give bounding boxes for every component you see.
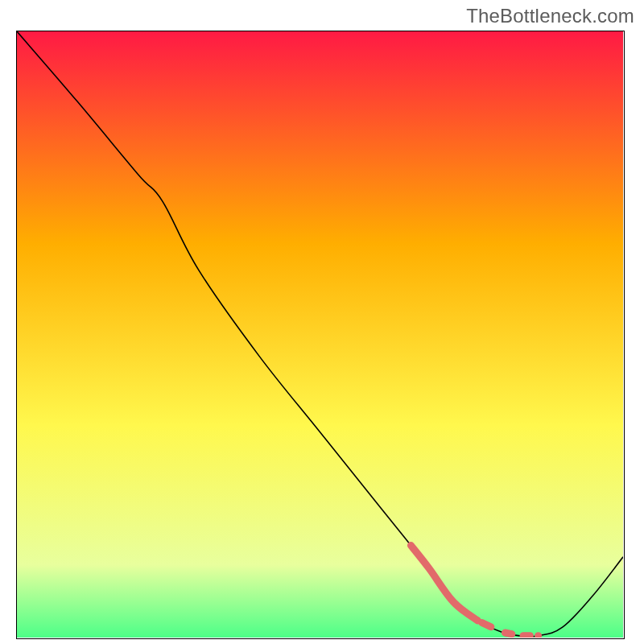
chart-container: TheBottleneck.com — [0, 0, 644, 644]
watermark-text: TheBottleneck.com — [466, 5, 634, 27]
svg-line-0 — [482, 622, 491, 626]
svg-line-1 — [505, 633, 511, 634]
gradient-background — [17, 31, 623, 638]
plot-area — [16, 31, 625, 639]
chart-svg — [17, 31, 623, 638]
